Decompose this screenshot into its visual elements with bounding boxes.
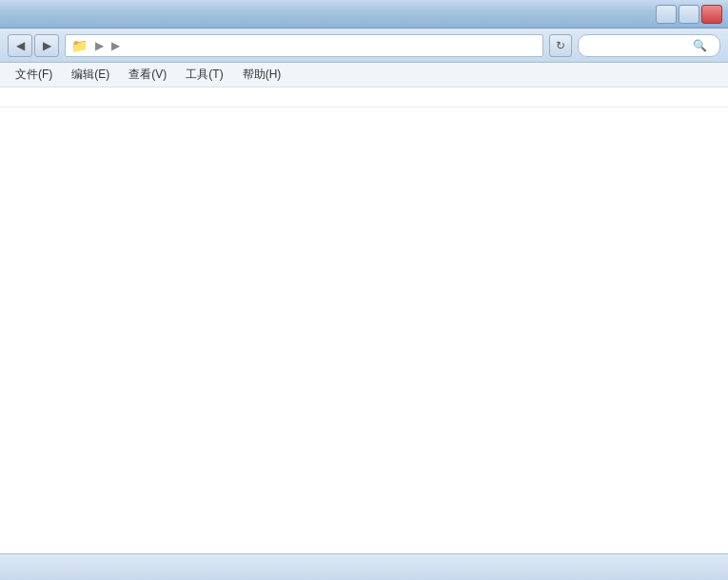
close-button[interactable] xyxy=(701,5,722,24)
menu-view[interactable]: 查看(V) xyxy=(121,65,174,85)
search-input[interactable] xyxy=(584,40,689,51)
search-box[interactable]: 🔍 xyxy=(578,34,720,57)
menu-edit[interactable]: 编辑(E) xyxy=(64,65,117,85)
main-content xyxy=(0,87,728,553)
window-controls xyxy=(656,5,722,24)
status-bar xyxy=(0,553,728,580)
address-path[interactable]: 📁 ▶ ▶ xyxy=(65,34,543,57)
title-bar xyxy=(0,0,728,29)
path-sep-1: ▶ xyxy=(95,39,104,52)
back-button[interactable]: ◀ xyxy=(8,34,32,57)
items-grid xyxy=(0,107,728,553)
forward-button[interactable]: ▶ xyxy=(34,34,59,57)
menu-help[interactable]: 帮助(H) xyxy=(235,65,289,85)
search-icon: 🔍 xyxy=(693,39,707,52)
path-folder-icon: 📁 xyxy=(71,38,88,53)
address-bar: ◀ ▶ 📁 ▶ ▶ ↻ 🔍 xyxy=(0,29,728,63)
content-header xyxy=(0,87,728,107)
nav-buttons: ◀ ▶ xyxy=(8,34,59,57)
menu-bar: 文件(F) 编辑(E) 查看(V) 工具(T) 帮助(H) xyxy=(0,63,728,87)
menu-file[interactable]: 文件(F) xyxy=(8,65,60,85)
menu-tools[interactable]: 工具(T) xyxy=(178,65,230,85)
refresh-button[interactable]: ↻ xyxy=(549,34,572,57)
path-sep-2: ▶ xyxy=(111,39,120,52)
maximize-button[interactable] xyxy=(679,5,699,24)
minimize-button[interactable] xyxy=(656,5,677,24)
